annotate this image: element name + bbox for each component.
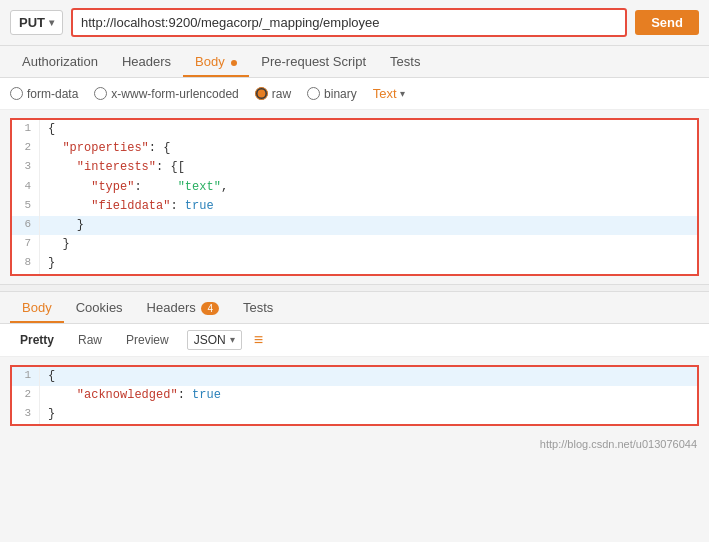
- request-code-lines: 1 { 2 "properties": { 3 "interests": {[ …: [12, 120, 697, 274]
- url-input[interactable]: [71, 8, 627, 37]
- tab-prerequest[interactable]: Pre-request Script: [249, 46, 378, 77]
- headers-count-badge: 4: [201, 302, 219, 315]
- subtab-pretty[interactable]: Pretty: [10, 330, 64, 350]
- response-code-editor: 1 { 2 "acknowledged": true 3 }: [10, 365, 699, 427]
- resp-tab-tests[interactable]: Tests: [231, 292, 285, 323]
- method-label: PUT: [19, 15, 45, 30]
- req-line-5: 5 "fielddata": true: [12, 197, 697, 216]
- top-bar: PUT ▾ Send: [0, 0, 709, 46]
- tab-headers[interactable]: Headers: [110, 46, 183, 77]
- response-subtabs: Pretty Raw Preview JSON ▾ ≡: [0, 324, 709, 357]
- resp-tab-body[interactable]: Body: [10, 292, 64, 323]
- request-tabs: Authorization Headers Body Pre-request S…: [0, 46, 709, 78]
- wrap-icon[interactable]: ≡: [254, 331, 263, 349]
- response-code-lines: 1 { 2 "acknowledged": true 3 }: [12, 367, 697, 425]
- text-type-chevron-icon: ▾: [400, 88, 405, 99]
- body-options: form-data x-www-form-urlencoded raw bina…: [0, 78, 709, 110]
- option-url-encoded[interactable]: x-www-form-urlencoded: [94, 87, 238, 101]
- format-chevron-icon: ▾: [230, 334, 235, 345]
- req-line-4: 4 "type": "text",: [12, 178, 697, 197]
- resp-tab-cookies[interactable]: Cookies: [64, 292, 135, 323]
- format-select[interactable]: JSON ▾: [187, 330, 242, 350]
- subtab-preview[interactable]: Preview: [116, 330, 179, 350]
- req-line-6: 6 }: [12, 216, 697, 235]
- request-code-editor[interactable]: 1 { 2 "properties": { 3 "interests": {[ …: [10, 118, 699, 276]
- body-dot-indicator: [231, 60, 237, 66]
- method-select[interactable]: PUT ▾: [10, 10, 63, 35]
- tab-tests[interactable]: Tests: [378, 46, 432, 77]
- watermark: http://blog.csdn.net/u013076044: [0, 434, 709, 454]
- option-raw[interactable]: raw: [255, 87, 291, 101]
- req-line-3: 3 "interests": {[: [12, 158, 697, 177]
- tab-body[interactable]: Body: [183, 46, 249, 77]
- response-tabs: Body Cookies Headers 4 Tests: [0, 292, 709, 324]
- resp-tab-headers[interactable]: Headers 4: [135, 292, 231, 323]
- resp-line-3: 3 }: [12, 405, 697, 424]
- resp-line-2: 2 "acknowledged": true: [12, 386, 697, 405]
- send-button[interactable]: Send: [635, 10, 699, 35]
- subtab-raw[interactable]: Raw: [68, 330, 112, 350]
- method-chevron-icon: ▾: [49, 17, 54, 28]
- req-line-2: 2 "properties": {: [12, 139, 697, 158]
- req-line-7: 7 }: [12, 235, 697, 254]
- text-type-dropdown[interactable]: Text ▾: [373, 86, 405, 101]
- req-line-8: 8 }: [12, 254, 697, 273]
- option-form-data[interactable]: form-data: [10, 87, 78, 101]
- option-binary[interactable]: binary: [307, 87, 357, 101]
- req-line-1: 1 {: [12, 120, 697, 139]
- resp-line-1: 1 {: [12, 367, 697, 386]
- section-divider: [0, 284, 709, 292]
- tab-authorization[interactable]: Authorization: [10, 46, 110, 77]
